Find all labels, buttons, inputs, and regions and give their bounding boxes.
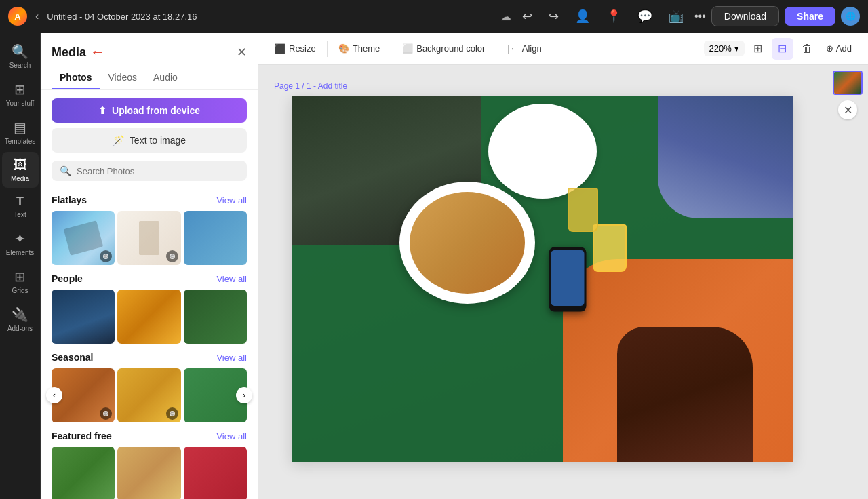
align-icon: |← <box>507 43 518 54</box>
people-image-2[interactable] <box>117 290 180 344</box>
page-label[interactable]: Page 1 / 1 - Add title <box>274 81 347 91</box>
people-image-3[interactable] <box>184 290 247 344</box>
panel-actions: ⬆ Upload from device 🪄 Text to image <box>41 90 258 158</box>
sidebar-item-media[interactable]: 🖼 Media <box>2 152 39 188</box>
flatlays-image-1[interactable]: © <box>52 211 115 265</box>
location-button[interactable]: 📍 <box>601 6 627 26</box>
media-panel-title: Media <box>52 45 86 60</box>
canvas-wrapper: Page 1 / 1 - Add title <box>258 65 868 499</box>
right-panel: ✕ <box>827 65 868 499</box>
media-content: Flatlays View all © © <box>41 186 258 499</box>
download-button[interactable]: Download <box>711 6 779 26</box>
user-avatar[interactable]: 🌐 <box>841 7 860 26</box>
text-icon: T <box>16 195 24 209</box>
sidebar-item-search[interactable]: 🔍 Search <box>2 38 39 75</box>
arrow-indicator: ← <box>90 43 105 61</box>
sidebar-item-addons[interactable]: 🔌 Add-ons <box>2 301 39 338</box>
featured-view-all[interactable]: View all <box>216 431 247 441</box>
seasonal-carousel-prev[interactable]: ‹ <box>46 387 62 403</box>
canvas-frame[interactable] <box>292 96 793 462</box>
zoom-control[interactable]: 220% ▾ <box>704 41 745 56</box>
people-view-all[interactable]: View all <box>216 274 247 284</box>
people-section-header: People View all <box>52 273 247 284</box>
media-panel: Media ← ✕ Photos Videos Audio ⬆ Upload f… <box>41 33 258 499</box>
tab-audio[interactable]: Audio <box>145 66 186 89</box>
undo-button[interactable]: ↩ <box>517 6 538 26</box>
toolbar-separator-2 <box>391 41 391 57</box>
sidebar-item-your-stuff[interactable]: ⊞ Your stuff <box>2 76 39 113</box>
sidebar-item-grids[interactable]: ⊞ Grids <box>2 263 39 300</box>
zoom-chevron-icon: ▾ <box>734 43 739 54</box>
canvas-area-wrap: ⬛ Resize 🎨 Theme ⬜ Background color |← A… <box>258 33 868 499</box>
upload-icon: ⬆ <box>98 105 106 116</box>
frames-button[interactable]: ⊟ <box>772 38 793 60</box>
bg-color-icon: ⬜ <box>402 43 413 54</box>
people-title: People <box>52 273 83 284</box>
back-button[interactable]: ‹ <box>33 7 41 25</box>
topbar-actions: ↩ ↪ 👤 📍 💬 📺 ••• Download Share 🌐 <box>517 6 860 26</box>
sidebar-item-label: Add-ons <box>7 325 33 332</box>
toolbar-right: 220% ▾ ⊞ ⊟ 🗑 ⊕ Add <box>704 38 857 60</box>
flatlays-grid: © © <box>52 211 247 265</box>
collaborators-button[interactable]: 👤 <box>570 6 595 26</box>
theme-button[interactable]: 🎨 Theme <box>333 40 385 57</box>
resize-icon: ⬛ <box>274 43 285 54</box>
icon-sidebar: 🔍 Search ⊞ Your stuff ▤ Templates 🖼 Medi… <box>0 33 41 499</box>
sidebar-item-label: Your stuff <box>6 100 35 107</box>
add-button[interactable]: ⊕ Add <box>821 40 857 57</box>
page-thumbnail[interactable] <box>833 71 863 95</box>
redo-button[interactable]: ↪ <box>543 6 564 26</box>
resize-button[interactable]: ⬛ Resize <box>269 40 321 58</box>
template-icon: ▤ <box>14 119 26 136</box>
flatlays-image-3[interactable] <box>184 211 247 265</box>
media-panel-close-button[interactable]: ✕ <box>237 45 247 60</box>
upload-from-device-button[interactable]: ⬆ Upload from device <box>52 98 247 123</box>
comment-button[interactable]: 💬 <box>632 6 658 26</box>
featured-image-3[interactable] <box>184 447 247 499</box>
layers-button[interactable]: ⊞ <box>747 38 769 60</box>
flatlays-view-all[interactable]: View all <box>216 195 247 205</box>
search-container: 🔍 <box>41 158 258 186</box>
topbar: A ‹ Untitled - 04 October 2023 at 18.27.… <box>0 0 868 33</box>
tab-photos[interactable]: Photos <box>52 66 100 89</box>
sidebar-item-label: Templates <box>5 138 36 145</box>
sidebar-item-label: Text <box>14 211 26 218</box>
align-button[interactable]: |← Align <box>502 40 547 57</box>
watermark-badge: © <box>166 250 178 262</box>
zoom-level-label: 220% <box>709 43 732 54</box>
seasonal-image-2[interactable]: © <box>117 368 180 422</box>
svg-text:©: © <box>104 254 108 259</box>
seasonal-view-all[interactable]: View all <box>216 353 247 363</box>
close-panel-button[interactable]: ✕ <box>838 100 857 119</box>
featured-image-1[interactable] <box>52 447 115 499</box>
sidebar-item-elements[interactable]: ✦ Elements <box>2 225 39 262</box>
svg-text:©: © <box>170 412 174 416</box>
text-to-image-button[interactable]: 🪄 Text to image <box>52 128 247 153</box>
share-button[interactable]: Share <box>785 7 835 26</box>
flatlays-image-2[interactable]: © <box>117 211 180 265</box>
tab-videos[interactable]: Videos <box>100 66 145 89</box>
media-tabs: Photos Videos Audio <box>41 66 258 90</box>
toolbar-separator-3 <box>496 41 496 57</box>
toolbar-resize-group: ⬛ Resize <box>269 40 321 58</box>
seasonal-carousel: ‹ © © <box>52 368 247 422</box>
background-color-button[interactable]: ⬜ Background color <box>397 40 490 57</box>
featured-image-2[interactable] <box>117 447 180 499</box>
people-image-1[interactable] <box>52 290 115 344</box>
search-photos-input[interactable] <box>77 166 239 176</box>
media-icon: 🖼 <box>14 157 27 173</box>
sidebar-item-label: Search <box>9 62 31 69</box>
sidebar-item-text[interactable]: T Text <box>2 189 39 224</box>
seasonal-section-header: Seasonal View all <box>52 352 247 363</box>
sidebar-item-templates[interactable]: ▤ Templates <box>2 114 39 151</box>
svg-text:©: © <box>104 412 108 416</box>
delete-button[interactable]: 🗑 <box>796 38 818 60</box>
addons-icon: 🔌 <box>12 306 28 323</box>
toolbar-separator-1 <box>327 41 328 57</box>
more-options-icon: ••• <box>694 10 706 22</box>
sidebar-item-label: Grids <box>12 287 28 294</box>
elements-icon: ✦ <box>14 231 26 247</box>
present-button[interactable]: 📺 <box>663 6 689 26</box>
search-box: 🔍 <box>52 161 247 181</box>
seasonal-carousel-next[interactable]: › <box>236 387 252 403</box>
